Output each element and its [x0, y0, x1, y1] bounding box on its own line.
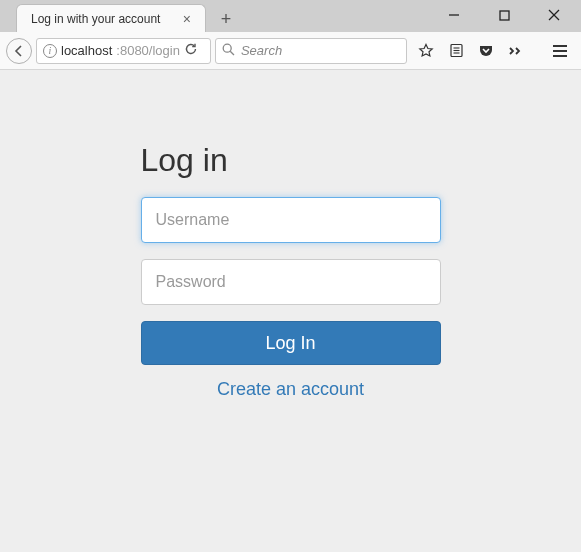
search-placeholder: Search [241, 43, 282, 58]
reading-list-icon[interactable] [445, 40, 467, 62]
login-button[interactable]: Log In [141, 321, 441, 365]
overflow-chevron-icon[interactable] [505, 40, 527, 62]
url-path: :8080/login [116, 43, 180, 58]
refresh-button[interactable] [184, 42, 204, 59]
new-tab-button[interactable]: + [212, 6, 240, 32]
tab-title: Log in with your account [31, 12, 160, 26]
page-content: Log in Log In Create an account [0, 70, 581, 552]
toolbar-icons [411, 40, 575, 62]
window-minimize-button[interactable] [433, 1, 475, 29]
svg-point-4 [223, 44, 231, 52]
password-input[interactable] [141, 259, 441, 305]
tab-close-button[interactable]: × [179, 11, 195, 27]
browser-toolbar: i localhost:8080/login Search [0, 32, 581, 70]
svg-line-5 [230, 51, 234, 55]
back-button[interactable] [6, 38, 32, 64]
svg-rect-1 [500, 11, 509, 20]
window-maximize-button[interactable] [483, 1, 525, 29]
search-icon [222, 43, 235, 59]
username-input[interactable] [141, 197, 441, 243]
login-form: Log in Log In Create an account [141, 142, 441, 400]
site-info-icon[interactable]: i [43, 44, 57, 58]
page-heading: Log in [141, 142, 441, 179]
create-account-link[interactable]: Create an account [141, 379, 441, 400]
bookmark-star-icon[interactable] [415, 40, 437, 62]
window-close-button[interactable] [533, 1, 575, 29]
address-bar[interactable]: i localhost:8080/login [36, 38, 211, 64]
hamburger-menu-icon[interactable] [549, 40, 571, 62]
url-host: localhost [61, 43, 112, 58]
pocket-icon[interactable] [475, 40, 497, 62]
search-bar[interactable]: Search [215, 38, 407, 64]
browser-tab[interactable]: Log in with your account × [16, 4, 206, 32]
